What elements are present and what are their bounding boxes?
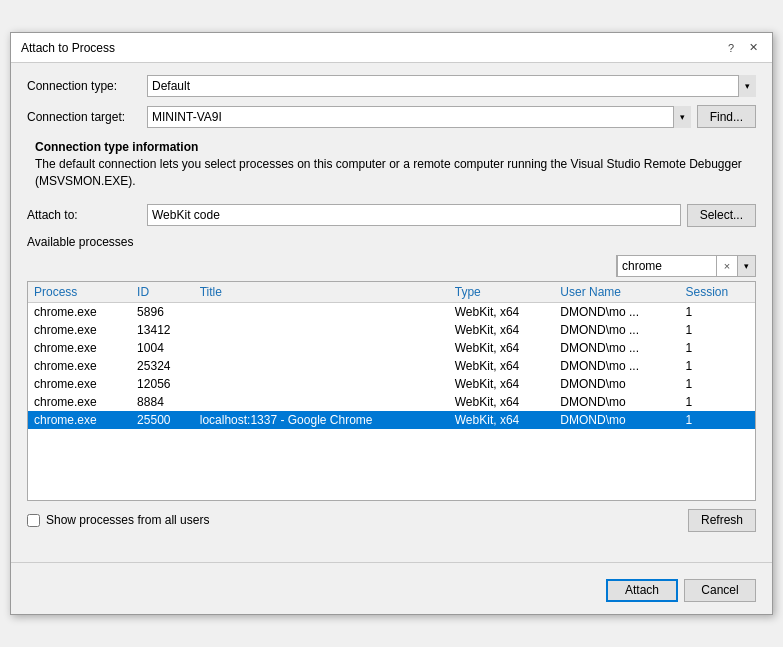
available-processes-section: Available processes × ▾ Process ID Titl (27, 235, 756, 501)
table-row[interactable]: chrome.exe13412WebKit, x64DMOND\mo ...1 (28, 321, 755, 339)
footer-divider (11, 562, 772, 563)
connection-type-select-wrapper: Default ▾ (147, 75, 756, 97)
connection-target-select-wrapper: MININT-VA9I ▾ (147, 106, 691, 128)
title-bar-controls: ? ✕ (722, 39, 762, 57)
search-box: × ▾ (616, 255, 756, 277)
connection-type-label: Connection type: (27, 79, 147, 93)
table-row[interactable]: chrome.exe12056WebKit, x64DMOND\mo1 (28, 375, 755, 393)
select-button[interactable]: Select... (687, 204, 756, 227)
search-clear-icon[interactable]: × (717, 260, 737, 272)
connection-target-label: Connection target: (27, 110, 147, 124)
connection-target-row: Connection target: MININT-VA9I ▾ Find... (27, 105, 756, 128)
title-bar-left: Attach to Process (21, 41, 115, 55)
connection-type-row: Connection type: Default ▾ (27, 75, 756, 97)
show-all-label: Show processes from all users (46, 513, 209, 527)
table-row[interactable]: chrome.exe25500localhost:1337 - Google C… (28, 411, 755, 429)
dialog-footer: Attach Cancel (11, 571, 772, 614)
refresh-button[interactable]: Refresh (688, 509, 756, 532)
search-input[interactable] (617, 255, 717, 277)
col-session: Session (679, 282, 755, 303)
attach-to-control: Select... (147, 204, 756, 227)
info-box-text: The default connection lets you select p… (35, 156, 756, 190)
title-bar: Attach to Process ? ✕ (11, 33, 772, 63)
info-box: Connection type information The default … (27, 136, 756, 194)
search-dropdown-icon[interactable]: ▾ (737, 256, 755, 276)
show-all-row: Show processes from all users (27, 513, 209, 527)
close-button[interactable]: ✕ (744, 39, 762, 57)
dialog-content: Connection type: Default ▾ Connection ta… (11, 63, 772, 554)
table-row[interactable]: chrome.exe8884WebKit, x64DMOND\mo1 (28, 393, 755, 411)
attach-to-input[interactable] (147, 204, 681, 226)
connection-target-select[interactable]: MININT-VA9I (147, 106, 691, 128)
attach-to-row: Attach to: Select... (27, 204, 756, 227)
cancel-button[interactable]: Cancel (684, 579, 756, 602)
process-table-body: chrome.exe5896WebKit, x64DMOND\mo ...1ch… (28, 302, 755, 429)
col-type: Type (449, 282, 555, 303)
table-row[interactable]: chrome.exe5896WebKit, x64DMOND\mo ...1 (28, 302, 755, 321)
col-id: ID (131, 282, 194, 303)
table-row[interactable]: chrome.exe25324WebKit, x64DMOND\mo ...1 (28, 357, 755, 375)
attach-to-process-dialog: Attach to Process ? ✕ Connection type: D… (10, 32, 773, 615)
search-row: × ▾ (27, 255, 756, 277)
col-title: Title (194, 282, 449, 303)
table-header-row: Process ID Title Type User Name Session (28, 282, 755, 303)
info-box-title: Connection type information (35, 140, 756, 154)
col-process: Process (28, 282, 131, 303)
process-table: Process ID Title Type User Name Session … (28, 282, 755, 429)
bottom-row: Show processes from all users Refresh (27, 509, 756, 532)
show-all-checkbox[interactable] (27, 514, 40, 527)
connection-type-control: Default ▾ (147, 75, 756, 97)
connection-target-control: MININT-VA9I ▾ Find... (147, 105, 756, 128)
available-processes-label: Available processes (27, 235, 756, 249)
attach-to-label: Attach to: (27, 208, 147, 222)
dialog-title: Attach to Process (21, 41, 115, 55)
attach-button[interactable]: Attach (606, 579, 678, 602)
find-button[interactable]: Find... (697, 105, 756, 128)
connection-type-select[interactable]: Default (147, 75, 756, 97)
help-button[interactable]: ? (722, 39, 740, 57)
table-row[interactable]: chrome.exe1004WebKit, x64DMOND\mo ...1 (28, 339, 755, 357)
col-username: User Name (554, 282, 679, 303)
process-table-container: Process ID Title Type User Name Session … (27, 281, 756, 501)
